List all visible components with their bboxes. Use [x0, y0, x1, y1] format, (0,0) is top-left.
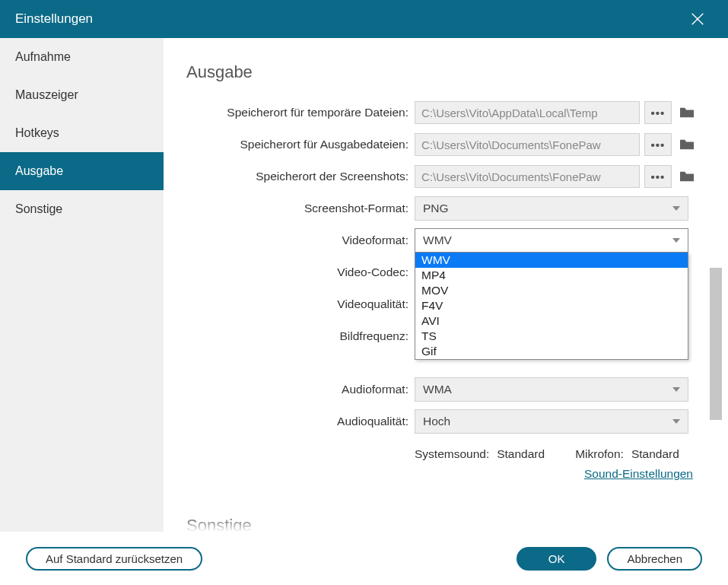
label-video-quality: Videoqualität: — [186, 297, 415, 311]
folder-icon — [679, 106, 695, 119]
label-output-path: Speicherort für Ausgabedateien: — [186, 138, 415, 151]
screenshot-path-input[interactable]: C:\Users\Vito\Documents\FonePaw — [415, 165, 640, 188]
chevron-down-icon — [672, 387, 680, 392]
sidebar-item-ausgabe[interactable]: Ausgabe — [0, 152, 164, 190]
video-format-select[interactable]: WMV — [415, 228, 688, 253]
sidebar-item-sonstige[interactable]: Sonstige — [0, 190, 164, 228]
chevron-down-icon — [672, 206, 680, 211]
content-pane: Ausgabe Speicherort für temporäre Dateie… — [164, 38, 728, 532]
sidebar-item-mauszeiger[interactable]: Mauszeiger — [0, 76, 164, 114]
label-audio-format: Audioformat: — [186, 383, 415, 396]
folder-icon — [679, 170, 695, 183]
video-format-option-avi[interactable]: AVI — [415, 313, 688, 329]
audio-quality-value: Hoch — [423, 415, 450, 428]
video-format-value: WMV — [423, 234, 452, 247]
label-syssound: Systemsound: — [415, 447, 489, 461]
close-button[interactable] — [682, 4, 713, 34]
ellipsis-icon: ••• — [651, 107, 666, 119]
output-path-input[interactable]: C:\Users\Vito\Documents\FonePaw — [415, 133, 640, 156]
close-icon — [689, 11, 706, 27]
temp-path-input[interactable]: C:\Users\Vito\AppData\Local\Temp — [415, 101, 640, 124]
ok-button[interactable]: OK — [517, 547, 597, 571]
output-path-browse-button[interactable]: ••• — [644, 133, 672, 156]
temp-path-open-folder-button[interactable] — [676, 102, 698, 123]
temp-path-browse-button[interactable]: ••• — [644, 101, 672, 124]
screenshot-format-value: PNG — [423, 202, 449, 215]
label-video-codec: Video-Codec: — [186, 265, 415, 279]
label-audio-quality: Audioqualität: — [186, 415, 415, 428]
footer: Auf Standard zurücksetzen OK Abbrechen — [0, 532, 728, 585]
titlebar: Einstellungen — [0, 0, 728, 38]
label-framerate: Bildfrequenz: — [186, 329, 415, 343]
audio-format-value: WMA — [423, 383, 452, 396]
audio-format-select[interactable]: WMA — [415, 377, 688, 402]
label-video-format: Videoformat: — [186, 234, 415, 247]
ellipsis-icon: ••• — [651, 170, 666, 183]
video-format-option-ts[interactable]: TS — [415, 329, 688, 344]
video-format-option-mp4[interactable]: MP4 — [415, 268, 688, 283]
label-screenshot-path: Speicherort der Screenshots: — [186, 170, 415, 183]
audio-quality-select[interactable]: Hoch — [415, 409, 688, 434]
folder-icon — [679, 138, 695, 151]
screenshot-path-browse-button[interactable]: ••• — [644, 165, 672, 188]
titlebar-title: Einstellungen — [15, 11, 93, 27]
video-format-option-f4v[interactable]: F4V — [415, 298, 688, 313]
sidebar: Aufnahme Mauszeiger Hotkeys Ausgabe Sons… — [0, 38, 164, 532]
screenshot-format-select[interactable]: PNG — [415, 196, 688, 221]
label-temp-path: Speicherort für temporäre Dateien: — [186, 106, 415, 119]
section-title-sonstige: Sonstige — [186, 516, 698, 532]
video-format-option-mov[interactable]: MOV — [415, 283, 688, 298]
screenshot-path-open-folder-button[interactable] — [676, 166, 698, 187]
scrollbar-thumb[interactable] — [710, 268, 722, 420]
cancel-button[interactable]: Abbrechen — [607, 547, 702, 571]
ellipsis-icon: ••• — [651, 138, 666, 151]
value-mic: Standard — [631, 447, 679, 461]
video-format-option-gif[interactable]: Gif — [415, 344, 688, 359]
sidebar-item-aufnahme[interactable]: Aufnahme — [0, 38, 164, 76]
value-syssound: Standard — [497, 447, 545, 461]
sidebar-item-hotkeys[interactable]: Hotkeys — [0, 114, 164, 152]
video-format-option-wmv[interactable]: WMV — [415, 253, 688, 268]
sound-settings-link[interactable]: Sound-Einstellungen — [584, 467, 693, 480]
label-mic: Mikrofon: — [575, 447, 624, 461]
label-screenshot-format: Screenshot-Format: — [186, 202, 415, 215]
chevron-down-icon — [672, 238, 680, 243]
section-title-ausgabe: Ausgabe — [186, 62, 698, 82]
chevron-down-icon — [672, 419, 680, 424]
reset-defaults-button[interactable]: Auf Standard zurücksetzen — [26, 547, 202, 571]
output-path-open-folder-button[interactable] — [676, 134, 698, 155]
video-format-dropdown: WMV MP4 MOV F4V AVI TS Gif — [415, 253, 688, 360]
